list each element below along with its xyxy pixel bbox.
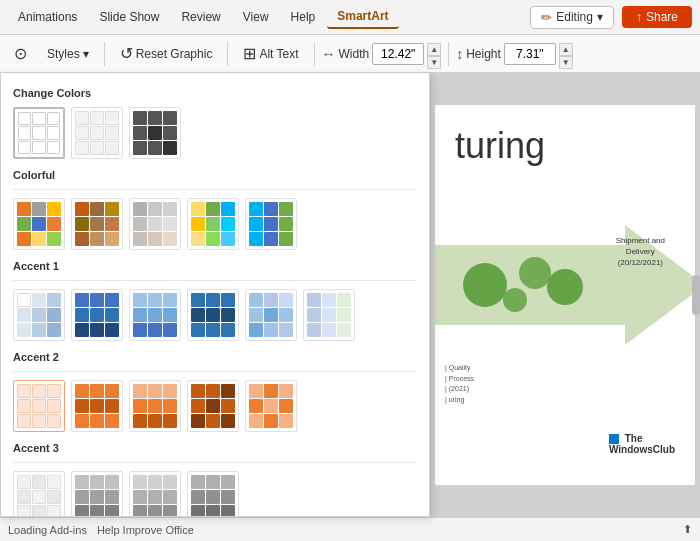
menu-help[interactable]: Help [281, 6, 326, 28]
alt-text-button[interactable]: ⊞ Alt Text [235, 41, 306, 66]
menu-animations[interactable]: Animations [8, 6, 87, 28]
editing-label: Editing [556, 10, 593, 24]
vertical-scrollbar[interactable] [692, 275, 700, 315]
change-colors-panel: Change Colors [0, 73, 430, 517]
reset-graphic-button[interactable]: ↺ Reset Graphic [112, 41, 221, 66]
share-icon: ↑ [636, 10, 642, 24]
colorful-label: Colorful [13, 169, 417, 181]
ribbon-divider-2 [227, 42, 228, 66]
width-up-arrow[interactable]: ▲ [427, 43, 441, 56]
width-spinner[interactable]: ▲ ▼ [427, 43, 441, 65]
accent3-label: Accent 3 [13, 442, 417, 454]
loading-addins[interactable]: Loading Add-ins [8, 524, 87, 536]
menu-slideshow[interactable]: Slide Show [89, 6, 169, 28]
menu-view[interactable]: View [233, 6, 279, 28]
accent3-divider [13, 462, 417, 463]
accent2-swatch-1[interactable] [13, 380, 65, 432]
chevron-down-icon: ▾ [597, 10, 603, 24]
accent1-swatch-2[interactable] [71, 289, 123, 341]
color-swatch-outline[interactable] [13, 107, 65, 159]
chevron-down-icon: ▾ [83, 47, 89, 61]
height-spinner[interactable]: ▲ ▼ [559, 43, 573, 65]
colorful-swatch-2[interactable] [71, 198, 123, 250]
windows-club-icon [609, 434, 619, 444]
ribbon-circle-btn[interactable]: ⊙ [6, 41, 35, 66]
slide-preview: turing Shipment andDelivery(20/12/2021) … [435, 105, 695, 485]
colorful-swatch-3[interactable] [129, 198, 181, 250]
accent1-grid [13, 289, 417, 341]
colorful-divider [13, 189, 417, 190]
base-color-grid [13, 107, 417, 159]
accent1-swatch-1[interactable] [13, 289, 65, 341]
accent1-swatch-4[interactable] [187, 289, 239, 341]
accent2-swatch-5[interactable] [245, 380, 297, 432]
colorful-swatch-1[interactable] [13, 198, 65, 250]
alt-text-icon: ⊞ [243, 44, 256, 63]
height-group: ↕ Height ▲ ▼ [456, 43, 573, 65]
status-icons: ⬆ [683, 523, 692, 536]
svg-point-1 [463, 263, 507, 307]
svg-point-4 [547, 269, 583, 305]
slide-preview-area: turing Shipment andDelivery(20/12/2021) … [430, 73, 700, 517]
styles-button[interactable]: Styles ▾ [39, 44, 97, 64]
width-group: ↔ Width ▲ ▼ [322, 43, 442, 65]
menu-review[interactable]: Review [171, 6, 230, 28]
help-improve[interactable]: Help Improve Office [97, 524, 194, 536]
color-swatch-dark[interactable] [129, 107, 181, 159]
accent2-swatch-2[interactable] [71, 380, 123, 432]
accent3-swatch-3[interactable] [129, 471, 181, 517]
height-icon: ↕ [456, 46, 463, 62]
svg-point-2 [519, 257, 551, 289]
colorful-grid [13, 198, 417, 250]
ribbon-divider-4 [448, 42, 449, 66]
share-button[interactable]: ↑ Share [622, 6, 692, 28]
menu-smartart[interactable]: SmartArt [327, 5, 398, 29]
accent2-label: Accent 2 [13, 351, 417, 363]
accent1-swatch-6[interactable] [303, 289, 355, 341]
height-input[interactable] [504, 43, 556, 65]
colorful-swatch-5[interactable] [245, 198, 297, 250]
colorful-swatch-4[interactable] [187, 198, 239, 250]
accent1-divider [13, 280, 417, 281]
windows-club-label: TheWindowsClub [609, 433, 675, 455]
accent1-swatch-3[interactable] [129, 289, 181, 341]
shipment-label: Shipment andDelivery(20/12/2021) [616, 235, 665, 269]
panel-title: Change Colors [13, 87, 417, 99]
upload-icon[interactable]: ⬆ [683, 523, 692, 535]
height-down-arrow[interactable]: ▼ [559, 56, 573, 69]
status-bar: Loading Add-ins Help Improve Office ⬆ [0, 517, 700, 541]
width-input[interactable] [372, 43, 424, 65]
svg-point-3 [503, 288, 527, 312]
color-swatch-light[interactable] [71, 107, 123, 159]
accent3-swatch-2[interactable] [71, 471, 123, 517]
width-down-arrow[interactable]: ▼ [427, 56, 441, 69]
alt-text-label: Alt Text [259, 47, 298, 61]
ribbon-divider-1 [104, 42, 105, 66]
share-label: Share [646, 10, 678, 24]
accent3-swatch-4[interactable] [187, 471, 239, 517]
pencil-icon: ✏ [541, 10, 552, 25]
reset-icon: ↺ [120, 44, 133, 63]
accent2-swatch-3[interactable] [129, 380, 181, 432]
height-label: Height [466, 47, 501, 61]
circle-icon: ⊙ [14, 44, 27, 63]
ribbon: ⊙ Styles ▾ ↺ Reset Graphic ⊞ Alt Text ↔ … [0, 35, 700, 73]
quality-text: | Quality| Process| (2021)| uring [445, 363, 474, 405]
editing-button[interactable]: ✏ Editing ▾ [530, 6, 614, 29]
accent3-swatch-1[interactable] [13, 471, 65, 517]
accent3-grid [13, 471, 417, 517]
accent2-grid [13, 380, 417, 432]
main-content: Change Colors [0, 73, 700, 517]
accent2-swatch-4[interactable] [187, 380, 239, 432]
ribbon-divider-3 [314, 42, 315, 66]
width-icon: ↔ [322, 46, 336, 62]
slide-title: turing [455, 125, 545, 167]
height-up-arrow[interactable]: ▲ [559, 43, 573, 56]
menu-bar: Animations Slide Show Review View Help S… [0, 0, 700, 35]
styles-label: Styles [47, 47, 80, 61]
accent2-divider [13, 371, 417, 372]
reset-graphic-label: Reset Graphic [136, 47, 213, 61]
accent1-label: Accent 1 [13, 260, 417, 272]
accent1-swatch-5[interactable] [245, 289, 297, 341]
width-label: Width [339, 47, 370, 61]
